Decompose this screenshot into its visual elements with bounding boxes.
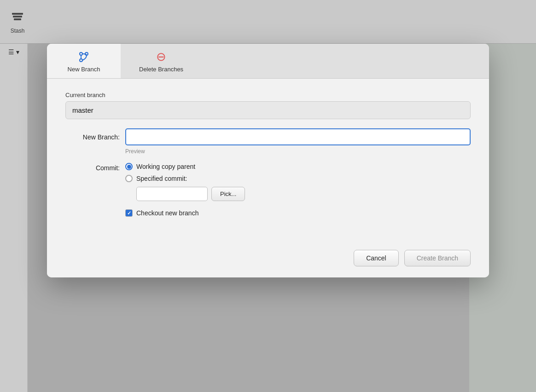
specified-commit-input[interactable]	[136, 187, 208, 201]
checkbox-check-icon: ✓	[127, 211, 131, 216]
branch-icon	[77, 50, 90, 63]
radio-working-copy-label: Working copy parent	[136, 163, 195, 170]
commit-label: Commit:	[65, 163, 125, 172]
radio-working-copy[interactable]: Working copy parent	[125, 163, 245, 170]
commit-section: Commit: Working copy parent Specified co…	[65, 163, 471, 201]
tab-new-branch[interactable]: New Branch	[47, 44, 121, 78]
cancel-button[interactable]: Cancel	[354, 250, 399, 266]
branch-dialog: New Branch ⊖ Delete Branches Current bra…	[47, 44, 489, 277]
preview-text: Preview	[125, 148, 471, 155]
dialog-footer: Cancel Create Branch	[47, 242, 489, 277]
delete-icon: ⊖	[155, 50, 168, 63]
new-branch-row: New Branch:	[65, 128, 471, 145]
dialog-body: Current branch master New Branch: Previe…	[47, 79, 489, 242]
radio-specified-commit-label: Specified commit:	[136, 175, 187, 182]
create-branch-button[interactable]: Create Branch	[404, 250, 471, 266]
svg-point-3	[80, 52, 82, 55]
current-branch-value: master	[65, 101, 471, 119]
checkout-checkbox[interactable]: ✓	[125, 209, 133, 217]
tab-new-branch-label: New Branch	[68, 66, 100, 73]
radio-specified-commit-button[interactable]	[125, 175, 133, 182]
checkout-label: Checkout new branch	[136, 209, 198, 217]
tab-delete-branches-label: Delete Branches	[139, 66, 183, 73]
svg-point-5	[80, 59, 82, 62]
pick-button[interactable]: Pick...	[211, 187, 245, 201]
checkout-row[interactable]: ✓ Checkout new branch	[125, 209, 471, 217]
radio-specified-commit-row[interactable]: Specified commit:	[125, 175, 245, 182]
commit-options: Working copy parent Specified commit: Pi…	[125, 163, 245, 201]
tab-bar: New Branch ⊖ Delete Branches	[47, 44, 489, 79]
new-branch-input[interactable]	[125, 128, 471, 145]
specified-commit-row: Pick...	[136, 187, 245, 201]
new-branch-label: New Branch:	[65, 133, 125, 141]
current-branch-group: Current branch master	[65, 92, 471, 119]
radio-working-copy-button[interactable]	[125, 163, 133, 170]
tab-delete-branches[interactable]: ⊖ Delete Branches	[121, 44, 202, 78]
current-branch-label: Current branch	[65, 92, 471, 98]
